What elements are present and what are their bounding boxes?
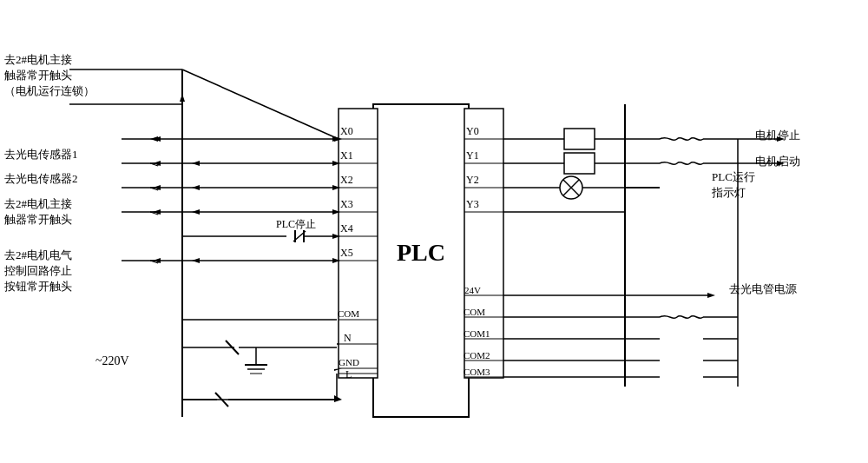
svg-marker-36 (192, 209, 200, 215)
svg-marker-87 (707, 293, 715, 298)
input-gnd: GND (339, 357, 359, 367)
label-2motor-elec-control: 去2#电机电气控制回路停止按钮常开触头 (4, 248, 72, 295)
label-motor-stop: 电机停止 (755, 129, 800, 143)
output-24v: 24V (464, 285, 481, 295)
output-y3: Y3 (466, 198, 479, 210)
output-y1: Y1 (466, 149, 479, 162)
svg-marker-30 (192, 161, 200, 166)
input-com: COM (338, 308, 359, 319)
plc-diagram: PLC X0 X1 X2 X3 X4 X5 COM N GND L Y0 (0, 0, 868, 463)
input-x1: X1 (340, 149, 353, 162)
label-photo-sensor1: 去光电传感器1 (4, 148, 78, 162)
input-x5: X5 (340, 247, 353, 259)
svg-rect-77 (564, 153, 595, 174)
output-y2: Y2 (466, 174, 479, 186)
svg-marker-113 (180, 94, 185, 102)
plc-center-label: PLC (397, 239, 445, 266)
input-x0: X0 (340, 125, 353, 137)
output-com2: COM2 (464, 350, 490, 360)
input-n: N (344, 332, 352, 344)
label-motor-start: 电机启动 (755, 155, 800, 169)
input-l: L (345, 368, 352, 380)
output-com1: COM1 (464, 328, 490, 339)
voltage-label: ~220V (95, 354, 129, 367)
label-2motor-contact2: 去2#电机主接触器常开触头 (4, 196, 72, 228)
input-x2: X2 (340, 174, 353, 186)
svg-rect-74 (564, 129, 595, 149)
label-plc-run-indicator: PLC运行指示灯 (712, 169, 755, 201)
output-com: COM (464, 307, 485, 317)
output-y0: Y0 (466, 125, 479, 137)
svg-marker-33 (192, 185, 200, 190)
plc-stop-label: PLC停止 (276, 218, 316, 230)
input-x3: X3 (340, 198, 353, 210)
label-2motor-main-contact: 去2#电机主接触器常开触头（电机运行连锁） (4, 52, 95, 100)
svg-marker-60 (334, 395, 342, 402)
svg-line-24 (182, 69, 339, 139)
input-x4: X4 (340, 222, 353, 235)
label-photo-tube-power: 去光电管电源 (729, 282, 797, 297)
svg-marker-45 (192, 258, 200, 263)
output-com3: COM3 (464, 367, 490, 377)
label-photo-sensor2: 去光电传感器2 (4, 172, 78, 187)
